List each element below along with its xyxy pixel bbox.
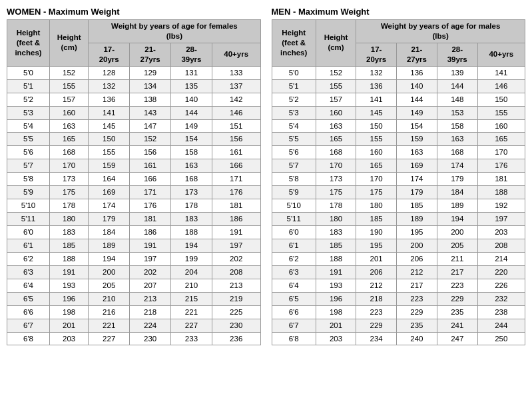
women-col-height-ft: Height(feet &inches) bbox=[7, 20, 50, 67]
table-cell: 218 bbox=[356, 292, 397, 305]
men-table: Height(feet &inches) Height(cm) Weight b… bbox=[272, 19, 526, 345]
table-cell: 144 bbox=[397, 93, 437, 106]
table-cell: 168 bbox=[50, 146, 89, 159]
table-cell: 132 bbox=[356, 66, 397, 79]
table-cell: 189 bbox=[89, 239, 130, 252]
table-cell: 176 bbox=[130, 199, 171, 213]
table-cell: 208 bbox=[477, 239, 525, 252]
table-cell: 160 bbox=[477, 119, 525, 133]
table-cell: 191 bbox=[316, 265, 356, 279]
table-cell: 194 bbox=[171, 239, 212, 252]
table-cell: 156 bbox=[212, 133, 260, 146]
table-cell: 169 bbox=[397, 159, 437, 173]
table-row: 6'3191200202204208 bbox=[7, 265, 261, 279]
table-cell: 156 bbox=[130, 146, 171, 159]
women-col-height-cm: Height(cm) bbox=[50, 20, 89, 67]
table-cell: 5'11 bbox=[272, 213, 316, 226]
table-cell: 158 bbox=[437, 119, 477, 133]
table-cell: 173 bbox=[50, 173, 89, 186]
table-cell: 198 bbox=[50, 305, 89, 319]
table-cell: 6'8 bbox=[272, 332, 316, 345]
table-row: 6'7201221224227230 bbox=[7, 319, 261, 332]
table-cell: 143 bbox=[130, 106, 171, 119]
table-cell: 194 bbox=[89, 252, 130, 265]
table-cell: 152 bbox=[50, 66, 89, 79]
table-cell: 154 bbox=[171, 133, 212, 146]
table-cell: 146 bbox=[477, 79, 525, 93]
table-cell: 131 bbox=[171, 66, 212, 79]
table-cell: 219 bbox=[212, 292, 260, 305]
table-cell: 217 bbox=[397, 279, 437, 292]
table-cell: 168 bbox=[171, 173, 212, 186]
women-section: WOMEN - Maximum Weight Height(feet &inch… bbox=[7, 7, 261, 345]
table-cell: 6'3 bbox=[7, 265, 50, 279]
table-row: 5'1155136140144146 bbox=[272, 79, 525, 93]
table-cell: 6'1 bbox=[272, 239, 316, 252]
table-cell: 145 bbox=[89, 119, 130, 133]
table-cell: 185 bbox=[316, 239, 356, 252]
table-row: 5'2157136138140142 bbox=[7, 93, 261, 106]
table-cell: 164 bbox=[89, 173, 130, 186]
men-section: MEN - Maximum Weight Height(feet &inches… bbox=[272, 7, 526, 345]
table-cell: 171 bbox=[212, 173, 260, 186]
table-cell: 160 bbox=[356, 146, 397, 159]
table-cell: 161 bbox=[130, 159, 171, 173]
table-cell: 196 bbox=[50, 292, 89, 305]
table-row: 5'8173164166168171 bbox=[7, 173, 261, 186]
table-cell: 150 bbox=[356, 119, 397, 133]
table-row: 6'6198216218221225 bbox=[7, 305, 261, 319]
table-cell: 155 bbox=[89, 146, 130, 159]
table-cell: 179 bbox=[89, 213, 130, 226]
table-cell: 220 bbox=[477, 265, 525, 279]
table-cell: 185 bbox=[397, 199, 437, 213]
table-cell: 142 bbox=[212, 93, 260, 106]
women-col-age1: 17-20yrs bbox=[89, 43, 130, 66]
table-cell: 229 bbox=[437, 292, 477, 305]
table-cell: 206 bbox=[356, 265, 397, 279]
table-cell: 169 bbox=[89, 186, 130, 199]
table-cell: 155 bbox=[50, 79, 89, 93]
table-cell: 208 bbox=[212, 265, 260, 279]
men-col-age3: 28-39yrs bbox=[437, 43, 477, 66]
table-cell: 137 bbox=[212, 79, 260, 93]
table-cell: 250 bbox=[477, 332, 525, 345]
table-cell: 170 bbox=[50, 159, 89, 173]
table-cell: 213 bbox=[130, 292, 171, 305]
table-cell: 6'7 bbox=[7, 319, 50, 332]
table-cell: 188 bbox=[477, 186, 525, 199]
table-cell: 221 bbox=[171, 305, 212, 319]
table-row: 5'11180185189194197 bbox=[272, 213, 525, 226]
table-cell: 160 bbox=[50, 106, 89, 119]
table-cell: 180 bbox=[356, 199, 397, 213]
table-cell: 138 bbox=[130, 93, 171, 106]
table-cell: 189 bbox=[437, 199, 477, 213]
table-cell: 186 bbox=[130, 226, 171, 239]
table-cell: 163 bbox=[171, 159, 212, 173]
table-cell: 201 bbox=[50, 319, 89, 332]
table-row: 5'7170165169174176 bbox=[272, 159, 525, 173]
table-cell: 202 bbox=[212, 252, 260, 265]
table-cell: 203 bbox=[316, 332, 356, 345]
table-cell: 150 bbox=[89, 133, 130, 146]
table-cell: 241 bbox=[437, 319, 477, 332]
table-cell: 5'1 bbox=[272, 79, 316, 93]
table-cell: 224 bbox=[130, 319, 171, 332]
table-cell: 129 bbox=[130, 66, 171, 79]
table-cell: 6'7 bbox=[272, 319, 316, 332]
table-cell: 183 bbox=[316, 226, 356, 239]
table-cell: 175 bbox=[356, 186, 397, 199]
table-cell: 232 bbox=[477, 292, 525, 305]
table-row: 5'9175169171173176 bbox=[7, 186, 261, 199]
table-cell: 149 bbox=[171, 119, 212, 133]
table-cell: 191 bbox=[212, 226, 260, 239]
table-cell: 5'2 bbox=[7, 93, 50, 106]
table-cell: 146 bbox=[212, 106, 260, 119]
table-cell: 6'3 bbox=[272, 265, 316, 279]
table-cell: 5'8 bbox=[272, 173, 316, 186]
table-cell: 195 bbox=[397, 226, 437, 239]
table-row: 6'0183184186188191 bbox=[7, 226, 261, 239]
table-cell: 201 bbox=[316, 319, 356, 332]
table-cell: 175 bbox=[50, 186, 89, 199]
table-row: 5'9175175179184188 bbox=[272, 186, 525, 199]
table-row: 6'2188201206211214 bbox=[272, 252, 525, 265]
